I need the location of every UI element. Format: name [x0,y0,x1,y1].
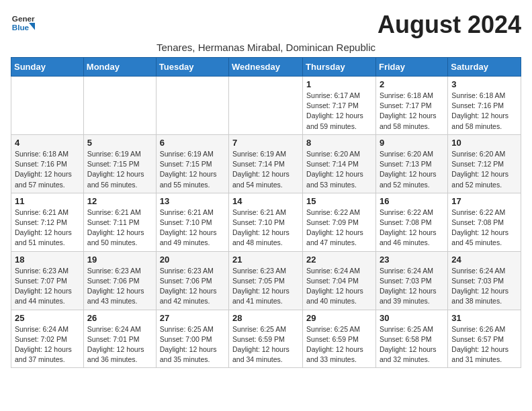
calendar-cell: 4Sunrise: 6:18 AMSunset: 7:16 PMDaylight… [11,134,84,193]
svg-marker-2 [29,23,35,30]
calendar-cell: 1Sunrise: 6:17 AMSunset: 7:17 PMDaylight… [303,77,376,135]
calendar-cell: 11Sunrise: 6:21 AMSunset: 7:12 PMDayligh… [11,193,84,251]
day-number: 19 [87,255,152,265]
weekday-header-friday: Friday [375,58,447,77]
logo: General Blue [11,11,38,35]
day-number: 14 [232,196,299,206]
weekday-header-sunday: Sunday [11,58,84,77]
calendar-cell: 5Sunrise: 6:19 AMSunset: 7:15 PMDaylight… [83,134,156,193]
day-number: 11 [15,196,80,206]
day-number: 5 [87,138,152,148]
day-number: 29 [306,313,372,323]
calendar-cell: 20Sunrise: 6:23 AMSunset: 7:06 PMDayligh… [156,251,228,310]
day-number: 1 [306,79,372,89]
calendar-cell: 27Sunrise: 6:25 AMSunset: 7:00 PMDayligh… [156,310,228,368]
calendar-cell: 18Sunrise: 6:23 AMSunset: 7:07 PMDayligh… [11,251,84,310]
day-number: 9 [380,138,444,148]
day-info: Sunrise: 6:23 AMSunset: 7:05 PMDaylight:… [232,266,299,307]
day-number: 2 [380,79,444,89]
day-number: 18 [15,255,80,265]
weekday-header-monday: Monday [83,58,156,77]
calendar-cell: 14Sunrise: 6:21 AMSunset: 7:10 PMDayligh… [229,193,303,251]
day-info: Sunrise: 6:21 AMSunset: 7:12 PMDaylight:… [15,208,80,248]
day-info: Sunrise: 6:23 AMSunset: 7:06 PMDaylight:… [160,266,225,307]
calendar-cell: 30Sunrise: 6:25 AMSunset: 6:58 PMDayligh… [375,310,447,368]
day-info: Sunrise: 6:21 AMSunset: 7:11 PMDaylight:… [87,208,152,248]
day-number: 17 [451,196,517,206]
day-info: Sunrise: 6:23 AMSunset: 7:07 PMDaylight:… [15,266,80,307]
subtitle: Tenares, Hermanas Mirabal, Dominican Rep… [11,42,521,53]
day-info: Sunrise: 6:23 AMSunset: 7:06 PMDaylight:… [87,266,152,307]
svg-text:General: General [12,14,35,23]
day-number: 25 [15,313,80,323]
day-info: Sunrise: 6:20 AMSunset: 7:13 PMDaylight:… [380,149,444,190]
general-blue-logo-icon: General Blue [11,11,35,35]
calendar-cell [83,77,156,135]
calendar-cell: 2Sunrise: 6:18 AMSunset: 7:17 PMDaylight… [375,77,447,135]
calendar-cell: 21Sunrise: 6:23 AMSunset: 7:05 PMDayligh… [229,251,303,310]
day-info: Sunrise: 6:17 AMSunset: 7:17 PMDaylight:… [306,91,372,132]
day-info: Sunrise: 6:19 AMSunset: 7:15 PMDaylight:… [87,149,152,190]
calendar-cell: 23Sunrise: 6:24 AMSunset: 7:03 PMDayligh… [375,251,447,310]
day-number: 12 [87,196,152,206]
calendar-cell: 31Sunrise: 6:26 AMSunset: 6:57 PMDayligh… [448,310,521,368]
day-info: Sunrise: 6:22 AMSunset: 7:09 PMDaylight:… [306,208,372,248]
day-number: 21 [232,255,299,265]
calendar-cell: 12Sunrise: 6:21 AMSunset: 7:11 PMDayligh… [83,193,156,251]
calendar-cell [156,77,228,135]
day-info: Sunrise: 6:25 AMSunset: 6:59 PMDaylight:… [232,324,299,365]
calendar-cell: 10Sunrise: 6:20 AMSunset: 7:12 PMDayligh… [448,134,521,193]
day-number: 13 [160,196,225,206]
weekday-header-thursday: Thursday [303,58,376,77]
day-info: Sunrise: 6:21 AMSunset: 7:10 PMDaylight:… [160,208,225,248]
day-info: Sunrise: 6:21 AMSunset: 7:10 PMDaylight:… [232,208,299,248]
day-number: 10 [451,138,517,148]
day-number: 20 [160,255,225,265]
calendar-cell: 13Sunrise: 6:21 AMSunset: 7:10 PMDayligh… [156,193,228,251]
day-info: Sunrise: 6:24 AMSunset: 7:03 PMDaylight:… [451,266,517,307]
day-info: Sunrise: 6:24 AMSunset: 7:04 PMDaylight:… [306,266,372,307]
day-number: 28 [232,313,299,323]
calendar-cell [11,77,84,135]
day-number: 27 [160,313,225,323]
day-number: 7 [232,138,299,148]
day-info: Sunrise: 6:25 AMSunset: 6:58 PMDaylight:… [380,324,444,365]
svg-text:Blue: Blue [12,23,30,32]
calendar-cell: 6Sunrise: 6:19 AMSunset: 7:15 PMDaylight… [156,134,228,193]
weekday-header-tuesday: Tuesday [156,58,228,77]
day-number: 23 [380,255,444,265]
day-info: Sunrise: 6:24 AMSunset: 7:02 PMDaylight:… [15,324,80,365]
calendar-cell: 8Sunrise: 6:20 AMSunset: 7:14 PMDaylight… [303,134,376,193]
calendar-cell: 29Sunrise: 6:25 AMSunset: 6:59 PMDayligh… [303,310,376,368]
calendar-cell: 3Sunrise: 6:18 AMSunset: 7:16 PMDaylight… [448,77,521,135]
day-info: Sunrise: 6:22 AMSunset: 7:08 PMDaylight:… [451,208,517,248]
calendar-cell: 17Sunrise: 6:22 AMSunset: 7:08 PMDayligh… [448,193,521,251]
weekday-header-saturday: Saturday [448,58,521,77]
day-info: Sunrise: 6:20 AMSunset: 7:12 PMDaylight:… [451,149,517,190]
day-info: Sunrise: 6:24 AMSunset: 7:01 PMDaylight:… [87,324,152,365]
day-info: Sunrise: 6:25 AMSunset: 6:59 PMDaylight:… [306,324,372,365]
day-number: 24 [451,255,517,265]
weekday-header-wednesday: Wednesday [229,58,303,77]
day-info: Sunrise: 6:18 AMSunset: 7:16 PMDaylight:… [15,149,80,190]
day-info: Sunrise: 6:20 AMSunset: 7:14 PMDaylight:… [306,149,372,190]
calendar-cell: 22Sunrise: 6:24 AMSunset: 7:04 PMDayligh… [303,251,376,310]
calendar-cell: 19Sunrise: 6:23 AMSunset: 7:06 PMDayligh… [83,251,156,310]
day-number: 4 [15,138,80,148]
day-number: 8 [306,138,372,148]
calendar-cell: 26Sunrise: 6:24 AMSunset: 7:01 PMDayligh… [83,310,156,368]
day-number: 6 [160,138,225,148]
day-info: Sunrise: 6:26 AMSunset: 6:57 PMDaylight:… [451,324,517,365]
calendar-cell: 24Sunrise: 6:24 AMSunset: 7:03 PMDayligh… [448,251,521,310]
calendar-cell [229,77,303,135]
day-number: 15 [306,196,372,206]
day-number: 30 [380,313,444,323]
day-info: Sunrise: 6:24 AMSunset: 7:03 PMDaylight:… [380,266,444,307]
day-info: Sunrise: 6:19 AMSunset: 7:15 PMDaylight:… [160,149,225,190]
day-number: 31 [451,313,517,323]
day-number: 3 [451,79,517,89]
calendar-cell: 28Sunrise: 6:25 AMSunset: 6:59 PMDayligh… [229,310,303,368]
day-info: Sunrise: 6:22 AMSunset: 7:08 PMDaylight:… [380,208,444,248]
day-info: Sunrise: 6:18 AMSunset: 7:16 PMDaylight:… [451,91,517,132]
calendar-table: SundayMondayTuesdayWednesdayThursdayFrid… [11,57,521,368]
